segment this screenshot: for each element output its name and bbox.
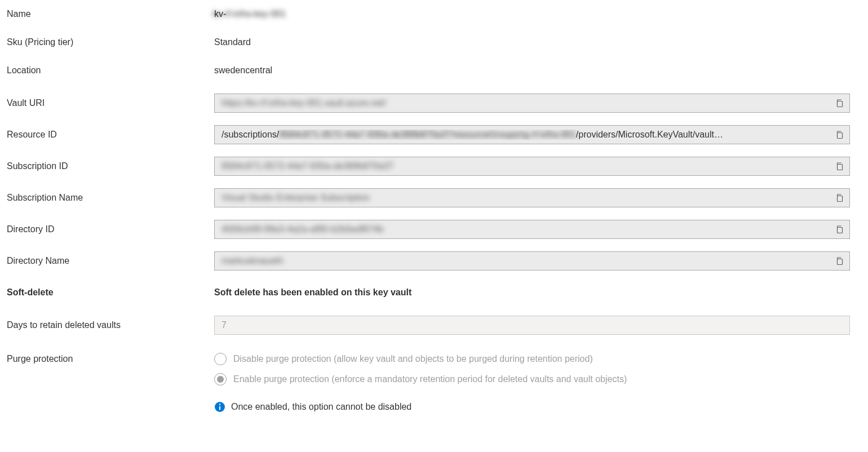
copy-icon[interactable] [834, 255, 845, 267]
svg-rect-3 [838, 196, 843, 202]
svg-point-8 [219, 404, 221, 405]
copy-icon[interactable] [834, 98, 845, 109]
resource-id-label: Resource ID [7, 130, 214, 140]
subscription-name-label: Subscription Name [7, 193, 214, 203]
purge-disable-label: Disable purge protection (allow key vaul… [233, 354, 593, 364]
soft-delete-label: Soft-delete [7, 287, 214, 298]
purge-info-text: Once enabled, this option cannot be disa… [231, 402, 411, 412]
directory-name-value: markusknaueth [222, 256, 829, 266]
name-value: kv-kv-rf-infra-key-001 [214, 9, 850, 19]
sku-value: Standard [214, 37, 850, 47]
directory-id-label: Directory ID [7, 224, 214, 234]
name-label: Name [7, 9, 214, 19]
location-label: Location [7, 65, 214, 76]
soft-delete-status: Soft delete has been enabled on this key… [214, 287, 850, 298]
radio-icon [214, 353, 227, 365]
copy-icon[interactable] [834, 129, 845, 140]
purge-disable-option[interactable]: Disable purge protection (allow key vaul… [214, 353, 850, 365]
copy-icon[interactable] [834, 161, 845, 172]
directory-id-field: 4006cb99-99e3-4a2a-af80-b2b5edf874b [214, 220, 850, 239]
subscription-name-value: Visual Studio Enterprise Subscription [222, 193, 829, 203]
svg-rect-2 [838, 165, 843, 170]
subscription-id-label: Subscription ID [7, 161, 214, 171]
sku-label: Sku (Pricing tier) [7, 37, 214, 47]
directory-name-field: markusknaueth [214, 251, 850, 271]
svg-rect-4 [838, 228, 843, 233]
retention-label: Days to retain deleted vaults [7, 320, 214, 330]
directory-id-value: 4006cb99-99e3-4a2a-af80-b2b5edf874b [222, 224, 829, 234]
svg-rect-1 [838, 133, 843, 139]
resource-id-value: /subscriptions/8584c871-0572-44a7-830a-d… [222, 130, 829, 140]
resource-id-field: /subscriptions/8584c871-0572-44a7-830a-d… [214, 125, 850, 144]
radio-icon [214, 373, 227, 385]
vault-uri-label: Vault URI [7, 98, 214, 108]
retention-input[interactable]: 7 [214, 316, 850, 335]
subscription-name-field: Visual Studio Enterprise Subscription [214, 188, 850, 207]
purge-radio-group: Disable purge protection (allow key vaul… [214, 353, 850, 385]
svg-rect-5 [838, 259, 843, 265]
vault-uri-field: https://kv-rf-infra-key-001.vault.azure.… [214, 94, 850, 113]
vault-uri-value: https://kv-rf-infra-key-001.vault.azure.… [222, 98, 829, 108]
copy-icon[interactable] [834, 192, 845, 203]
location-value: swedencentral [214, 65, 850, 76]
purge-enable-label: Enable purge protection (enforce a manda… [233, 374, 627, 384]
purge-enable-option[interactable]: Enable purge protection (enforce a manda… [214, 373, 850, 385]
subscription-id-field: 8584c871-0572-44a7-830a-de389b870a37 [214, 157, 850, 176]
purge-label: Purge protection [7, 353, 214, 364]
svg-rect-7 [219, 406, 220, 410]
info-icon [214, 401, 225, 413]
copy-icon[interactable] [834, 224, 845, 235]
directory-name-label: Directory Name [7, 256, 214, 266]
subscription-id-value: 8584c871-0572-44a7-830a-de389b870a37 [222, 161, 829, 171]
svg-rect-0 [838, 101, 843, 107]
